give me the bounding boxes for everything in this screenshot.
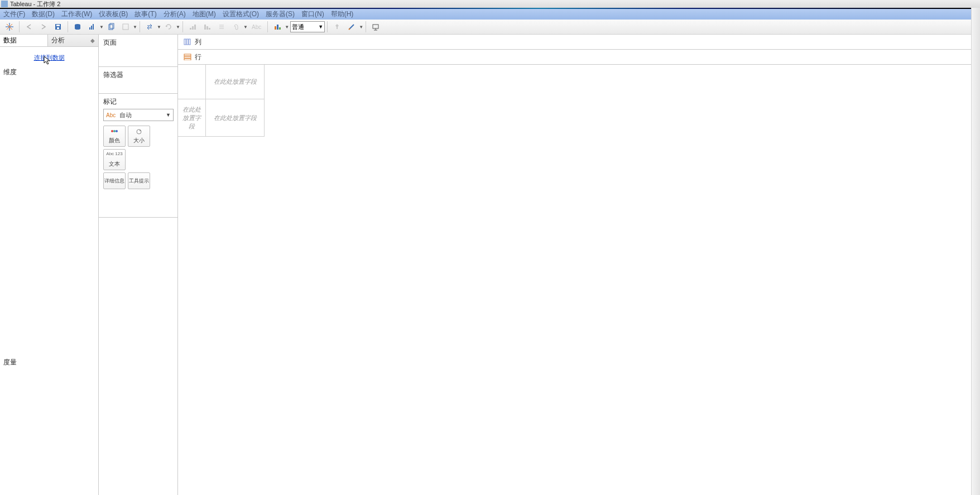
- drop-rows-placeholder[interactable]: 在此处放置字段: [178, 99, 206, 137]
- swap-axes-icon: [146, 23, 153, 31]
- mark-color-button[interactable]: 颜色: [103, 126, 126, 147]
- tableau-logo-button[interactable]: [3, 21, 16, 33]
- dropdown-arrow-icon[interactable]: ▼: [99, 25, 104, 30]
- main-layout: 数据 分析 ◆ 连接到数据 维度 度量 页面 筛选器 标记 Abc: [0, 35, 980, 495]
- rows-shelf[interactable]: 行: [178, 50, 980, 65]
- mark-text-label: 文本: [109, 160, 120, 168]
- titlebar: Tableau - 工作簿 2: [0, 0, 980, 8]
- window-scrollbar[interactable]: [971, 8, 980, 495]
- group-button[interactable]: [215, 21, 228, 33]
- drop-corner-cell[interactable]: [178, 65, 206, 99]
- drop-columns-placeholder[interactable]: 在此处放置字段: [206, 65, 265, 99]
- duplicate-sheet-button[interactable]: [105, 21, 117, 33]
- window-title: Tableau - 工作簿 2: [10, 0, 60, 8]
- refresh-button[interactable]: [162, 21, 175, 33]
- sort-desc-icon: [203, 23, 211, 31]
- svg-rect-15: [123, 24, 128, 30]
- dropdown-arrow-icon[interactable]: ▼: [359, 25, 363, 30]
- mark-tooltip-button[interactable]: 工具提示: [128, 172, 150, 189]
- svg-rect-11: [91, 26, 92, 30]
- new-data-button[interactable]: [71, 21, 84, 33]
- dimensions-list[interactable]: [0, 79, 98, 205]
- svg-point-9: [75, 27, 80, 30]
- menu-window[interactable]: 窗口(N): [298, 9, 328, 19]
- svg-rect-27: [279, 27, 281, 30]
- bar-chart-add-icon: [88, 23, 96, 31]
- marks-type-selector[interactable]: Abc 自动 ▼: [103, 109, 174, 121]
- text-icon: Abc 123: [106, 152, 122, 160]
- redo-button[interactable]: [37, 21, 50, 33]
- measures-header: 度量: [0, 355, 98, 369]
- menu-analysis[interactable]: 分析(A): [160, 9, 189, 19]
- tab-menu-icon[interactable]: ◆: [90, 37, 95, 44]
- measures-list[interactable]: [0, 369, 98, 495]
- drop-data-placeholder[interactable]: 在此处放置字段: [206, 99, 265, 137]
- label-button[interactable]: Abc: [249, 21, 264, 33]
- tab-analysis-label: 分析: [51, 36, 65, 45]
- svg-rect-41: [184, 59, 191, 60]
- svg-rect-19: [204, 25, 206, 30]
- svg-rect-12: [93, 24, 94, 30]
- menu-map[interactable]: 地图(M): [189, 9, 219, 19]
- menu-help[interactable]: 帮助(H): [328, 9, 357, 19]
- toolbar-separator: [68, 21, 68, 32]
- svg-rect-6: [57, 27, 59, 29]
- svg-rect-16: [190, 28, 191, 30]
- dropdown-arrow-icon[interactable]: ▼: [243, 25, 248, 30]
- pin-icon: [333, 23, 341, 31]
- connect-to-data-link[interactable]: 连接到数据: [0, 47, 98, 65]
- undo-button[interactable]: [23, 21, 35, 33]
- refresh-icon: [165, 23, 172, 31]
- fix-axis-button[interactable]: [331, 21, 343, 33]
- dropdown-arrow-icon[interactable]: ▼: [285, 25, 289, 30]
- svg-rect-39: [184, 54, 191, 56]
- filters-card[interactable]: 筛选器: [99, 67, 177, 94]
- duplicate-icon: [107, 23, 115, 31]
- swap-button[interactable]: [143, 21, 156, 33]
- sort-desc-button[interactable]: [201, 21, 213, 33]
- mark-tooltip-label: 工具提示: [129, 177, 149, 185]
- svg-point-33: [116, 130, 118, 132]
- pin-button[interactable]: [230, 21, 242, 33]
- svg-rect-14: [110, 23, 114, 28]
- svg-rect-37: [186, 39, 188, 45]
- dropdown-arrow-icon[interactable]: ▼: [176, 25, 180, 30]
- canvas-area[interactable]: 在此处放置字段 在此处放置字段 在此处放置字段: [178, 65, 980, 495]
- clear-sheet-icon: [122, 23, 129, 31]
- menu-server[interactable]: 服务器(S): [262, 9, 298, 19]
- save-button[interactable]: [52, 21, 64, 33]
- highlight-button[interactable]: [345, 21, 358, 33]
- columns-shelf[interactable]: 列: [178, 35, 980, 50]
- highlighter-icon: [348, 23, 356, 31]
- svg-rect-40: [184, 56, 191, 58]
- clear-sheet-button[interactable]: [119, 21, 132, 33]
- presentation-button[interactable]: [369, 21, 382, 33]
- chevron-down-icon: ▼: [318, 24, 323, 30]
- svg-rect-13: [109, 25, 113, 30]
- show-me-button[interactable]: [271, 21, 284, 33]
- mark-detail-button[interactable]: 详细信息: [103, 172, 126, 189]
- dropdown-arrow-icon[interactable]: ▼: [157, 25, 161, 30]
- menubar: 文件(F) 数据(D) 工作表(W) 仪表板(B) 故事(T) 分析(A) 地图…: [0, 9, 980, 20]
- svg-rect-38: [189, 39, 190, 45]
- sort-asc-icon: [189, 23, 196, 31]
- mark-size-button[interactable]: 大小: [128, 126, 150, 147]
- menu-data[interactable]: 数据(D): [28, 9, 58, 19]
- menu-worksheet[interactable]: 工作表(W): [58, 9, 95, 19]
- menu-story[interactable]: 故事(T): [131, 9, 160, 19]
- tab-analysis[interactable]: 分析 ◆: [48, 35, 99, 46]
- svg-point-31: [111, 130, 113, 132]
- toolbar-separator: [327, 21, 328, 32]
- menu-format[interactable]: 设置格式(O): [219, 9, 262, 19]
- fit-selector[interactable]: 普通 ▼: [290, 21, 325, 32]
- menu-file[interactable]: 文件(F): [0, 9, 28, 19]
- new-worksheet-button[interactable]: [86, 21, 98, 33]
- tab-data[interactable]: 数据: [0, 35, 48, 46]
- menu-dashboard[interactable]: 仪表板(B): [95, 9, 131, 19]
- dropdown-arrow-icon[interactable]: ▼: [133, 25, 137, 30]
- sort-asc-button[interactable]: [186, 21, 199, 33]
- pages-card[interactable]: 页面: [99, 35, 177, 67]
- mark-text-button[interactable]: Abc 123 文本: [103, 149, 126, 170]
- left-pane: 数据 分析 ◆ 连接到数据 维度 度量: [0, 35, 99, 495]
- color-bars-icon: [273, 23, 281, 31]
